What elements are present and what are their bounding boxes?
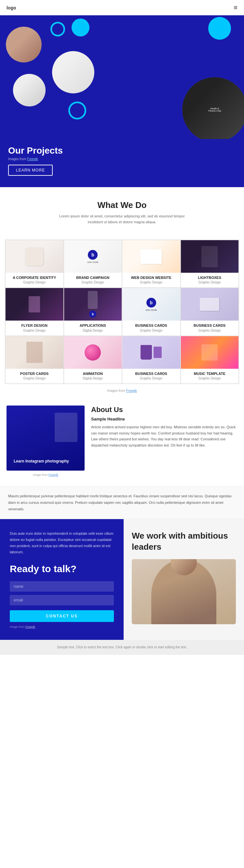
portfolio-item[interactable]: ANIMATION Digital Design <box>64 336 122 384</box>
portfolio-item[interactable]: POSTER CARDS Graphic Design <box>5 336 64 384</box>
about-title: About Us <box>91 405 238 414</box>
portfolio-category: Graphic Design <box>67 281 119 284</box>
hero-phone-circle <box>13 74 45 106</box>
our-projects-section: Our Projects Images from Freepik LEARN M… <box>0 139 244 187</box>
portfolio-name: FLYER DESIGN <box>8 323 61 328</box>
circle-ring-1 <box>51 22 65 36</box>
portfolio-name: A CORPORATE IDENTITY <box>8 275 61 280</box>
hero-person-circle <box>6 27 42 62</box>
footer-note: Sample text. Click to select the text bo… <box>0 640 244 655</box>
portfolio-info: A CORPORATE IDENTITY Graphic Design <box>5 273 63 287</box>
portfolio-name: BUSINESS CARDS <box>125 371 178 376</box>
site-header: logo ≡ <box>0 0 244 15</box>
about-image-mock: Learn Instagram photography <box>6 405 85 471</box>
portfolio-thumb: b John Smith <box>64 240 122 273</box>
what-we-do-section: What We Do Lorem ipsum dolor sit amet, c… <box>0 187 244 240</box>
portfolio-thumb <box>181 240 239 273</box>
portfolio-thumb <box>5 288 63 320</box>
portfolio-item[interactable]: BUSINESS CARDS Graphic Design <box>122 336 181 384</box>
about-content: About Us Sample Headline Article evident… <box>91 405 238 448</box>
portfolio-category: Digital Design <box>67 329 119 332</box>
name-input[interactable] <box>10 581 114 592</box>
portfolio-category: Digital Design <box>67 377 119 380</box>
contact-us-button[interactable]: CONTACT US <box>10 610 114 622</box>
portfolio-name: WEB DESIGN WEBSITE <box>125 275 178 280</box>
portfolio-name: BRAND CAMPAIGN <box>67 275 119 280</box>
portfolio-thumb <box>122 240 180 273</box>
about-img-title: Learn Instagram photography <box>14 459 78 463</box>
portfolio-name: MUSIC TEMPLATE <box>183 371 236 376</box>
bottom-left: Duis aute irure dolor in reprehenderit i… <box>0 519 124 640</box>
portfolio-thumb <box>64 336 122 369</box>
about-image-container: Learn Instagram photography Image from F… <box>6 405 85 476</box>
portfolio-thumb <box>181 336 239 369</box>
portfolio-category: Graphic Design <box>183 377 236 380</box>
about-headline: Sample Headline <box>91 416 238 422</box>
circle-fill-2 <box>208 17 231 40</box>
about-image-caption: Image from Freepik <box>6 473 85 476</box>
about-text: Article evident arrived express highest … <box>91 424 238 448</box>
email-input[interactable] <box>10 595 114 606</box>
circle-fill-1 <box>71 19 89 36</box>
what-we-do-description: Lorem ipsum dolor sit amet, consectetur … <box>54 214 190 225</box>
portfolio-item[interactable]: b John Smith BRAND CAMPAIGN Graphic Desi… <box>64 240 122 288</box>
about-section: Learn Instagram photography Image from F… <box>0 396 244 486</box>
portfolio-item[interactable]: BUSINESS CARDS Graphic Design <box>181 288 239 336</box>
hamburger-icon[interactable]: ≡ <box>234 4 238 11</box>
what-we-do-title: What We Do <box>8 200 236 210</box>
health-club-text: Health &Fitness Club <box>209 107 221 112</box>
portfolio-name: APPLICATIONS <box>67 323 119 328</box>
bottom-lead-text: Duis aute irure dolor in reprehenderit i… <box>10 530 114 555</box>
person-card <box>132 559 236 624</box>
portfolio-thumb <box>5 336 63 369</box>
portfolio-name: BUSINESS CARDS <box>125 323 178 328</box>
portfolio-thumb <box>122 336 180 369</box>
projects-title: Our Projects <box>8 146 236 156</box>
portfolio-name: POSTER CARDS <box>8 371 61 376</box>
portfolio-category: Graphic Design <box>8 329 61 332</box>
text-block: Mauris pellentesque pulvinar pellentesqu… <box>0 486 244 519</box>
portfolio-name: LIGHTBOXES <box>183 275 236 280</box>
text-block-content: Mauris pellentesque pulvinar pellentesqu… <box>8 493 236 512</box>
portfolio-category: Graphic Design <box>8 281 61 284</box>
footer-text: Sample text. Click to select the text bo… <box>6 645 238 650</box>
portfolio-thumb: b John Smith <box>122 288 180 320</box>
bottom-image-caption: Image from Freepik <box>10 625 114 628</box>
portfolio-item[interactable]: FLYER DESIGN Graphic Design <box>5 288 64 336</box>
ambitious-title: We work with ambitious leaders <box>132 530 236 553</box>
portfolio-item[interactable]: A CORPORATE IDENTITY Graphic Design <box>5 240 64 288</box>
portfolio-category: Graphic Design <box>183 281 236 284</box>
portfolio-thumb: b <box>64 288 122 320</box>
portfolio-category: Graphic Design <box>183 329 236 332</box>
portfolio-item[interactable]: b John Smith BUSINESS CARDS Graphic Desi… <box>122 288 181 336</box>
learn-more-button[interactable]: LEARN MORE <box>8 165 53 176</box>
images-from-note: Images from Freepik <box>0 389 244 393</box>
portfolio-grid: A CORPORATE IDENTITY Graphic Design b Jo… <box>5 240 239 384</box>
portfolio-item[interactable]: WEB DESIGN WEBSITE Graphic Design <box>122 240 181 288</box>
hero-health-circle: Health &Fitness Club <box>182 77 244 139</box>
portfolio-category: Graphic Design <box>125 329 178 332</box>
portfolio-thumb <box>5 240 63 273</box>
portfolio-thumb <box>181 288 239 320</box>
portfolio-item[interactable]: b APPLICATIONS Digital Design <box>64 288 122 336</box>
ready-title: Ready to talk? <box>10 563 114 575</box>
portfolio-category: Graphic Design <box>125 281 178 284</box>
bottom-right: We work with ambitious leaders <box>124 519 244 640</box>
portfolio-item[interactable]: MUSIC TEMPLATE Graphic Design <box>181 336 239 384</box>
portfolio-category: Graphic Design <box>8 377 61 380</box>
projects-subtitle: Images from Freepik <box>8 157 236 161</box>
circle-ring-2 <box>68 101 86 119</box>
hero-laptop-circle <box>52 51 94 93</box>
logo: logo <box>6 5 16 10</box>
portfolio-name: ANIMATION <box>67 371 119 376</box>
portfolio-name: BUSINESS CARDS <box>183 323 236 328</box>
portfolio-item[interactable]: LIGHTBOXES Graphic Design <box>181 240 239 288</box>
portfolio-category: Graphic Design <box>125 377 178 380</box>
bottom-section: Duis aute irure dolor in reprehenderit i… <box>0 519 244 640</box>
hero-section: Health &Fitness Club <box>0 15 244 139</box>
